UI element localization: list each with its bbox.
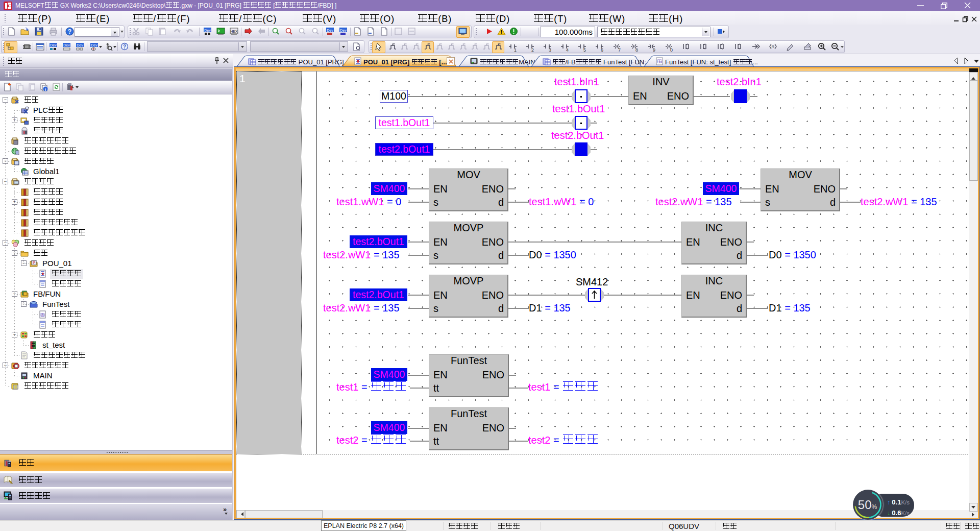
svg-text:Dev: Dev	[77, 43, 83, 47]
svg-text:HEX: HEX	[230, 30, 238, 33]
svg-text:?: ?	[68, 28, 71, 35]
svg-text:Dev: Dev	[50, 43, 57, 47]
svg-text:ST: ST	[40, 313, 44, 317]
svg-text:ST: ST	[657, 60, 662, 63]
svg-text:Dev: Dev	[204, 29, 211, 32]
svg-text:Dev: Dev	[63, 43, 70, 47]
svg-text:?: ?	[123, 44, 126, 50]
svg-text:Dev: Dev	[91, 43, 97, 47]
svg-text:R: R	[772, 44, 775, 49]
svg-text:Dev: Dev	[340, 29, 347, 32]
svg-text:Dev: Dev	[327, 29, 333, 32]
svg-text:i: i	[45, 87, 46, 92]
